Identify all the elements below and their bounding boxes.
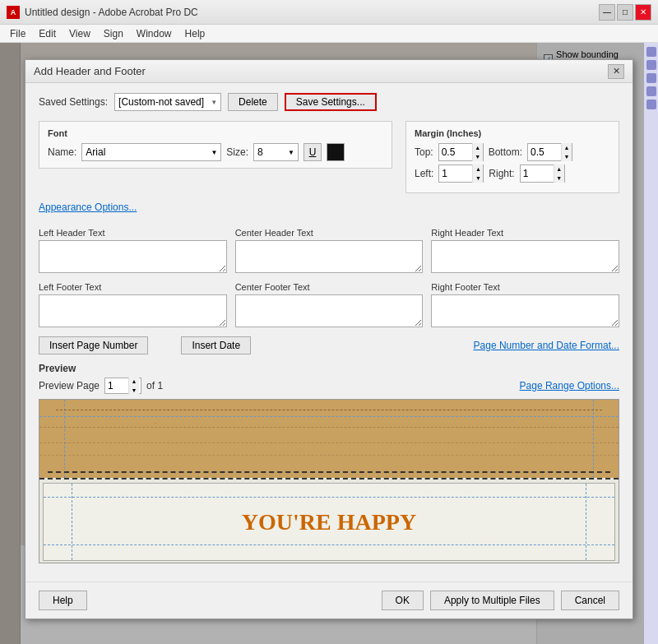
sidebar-dot-4 (646, 86, 656, 96)
margin-bottom-down[interactable]: ▼ (562, 152, 572, 161)
delete-button[interactable]: Delete (228, 93, 278, 111)
left-header-input[interactable] (39, 240, 227, 273)
saved-settings-arrow: ▼ (211, 99, 217, 106)
preview-label: Preview (39, 363, 76, 374)
texture-line-1 (39, 427, 619, 428)
margin-bottom-spinner[interactable]: ▲ ▼ (561, 143, 572, 161)
margin-bottom-up[interactable]: ▲ (562, 143, 572, 152)
left-footer-label: Left Footer Text (39, 282, 227, 292)
menu-help[interactable]: Help (178, 26, 212, 41)
preview-page-down[interactable]: ▼ (129, 386, 139, 395)
margin-top-up[interactable]: ▲ (473, 143, 483, 152)
margin-top-label: Top: (415, 146, 433, 158)
blue-guide-left (64, 400, 65, 478)
right-header-input[interactable] (431, 240, 619, 273)
menu-file[interactable]: File (3, 26, 32, 41)
sidebar-dot-2 (646, 60, 656, 70)
menu-edit[interactable]: Edit (32, 26, 63, 41)
font-name-arrow: ▼ (211, 149, 217, 156)
close-button[interactable]: ✕ (635, 4, 651, 21)
dialog-content: Saved Settings: [Custom-not saved] ▼ Del… (25, 83, 633, 581)
font-size-select[interactable]: 8 ▼ (253, 143, 299, 161)
margin-right-up[interactable]: ▲ (554, 164, 564, 174)
font-section-label: Font (48, 128, 383, 138)
saved-settings-row: Saved Settings: [Custom-not saved] ▼ Del… (39, 93, 619, 111)
margin-right-input[interactable]: ▲ ▼ (520, 164, 565, 183)
preview-page-label: Preview Page (39, 380, 100, 391)
font-color-swatch[interactable] (327, 143, 345, 161)
cork-texture (39, 400, 619, 478)
saved-settings-select[interactable]: [Custom-not saved] ▼ (114, 93, 221, 111)
dialog-close-button[interactable]: ✕ (608, 64, 624, 79)
underline-button[interactable]: U (304, 143, 322, 161)
underline-label: U (309, 146, 317, 158)
app-icon: A (7, 6, 20, 19)
blue-guide-top (39, 416, 619, 417)
appearance-options-link[interactable]: Appearance Options... (39, 202, 137, 213)
margin-left-up[interactable]: ▲ (473, 164, 483, 174)
right-header-group: Right Header Text (431, 228, 619, 276)
maximize-button[interactable]: □ (617, 4, 633, 21)
dialog-title-bar: Add Header and Footer ✕ (25, 60, 633, 83)
margin-top-field[interactable] (439, 146, 472, 158)
margin-box: Margin (Inches) Top: ▲ ▼ (405, 121, 619, 193)
margin-left-down[interactable]: ▼ (473, 174, 483, 183)
font-name-select[interactable]: Arial ▼ (81, 143, 221, 161)
menu-sign[interactable]: Sign (97, 26, 130, 41)
insert-page-number-button[interactable]: Insert Page Number (39, 336, 148, 354)
page-range-options-link[interactable]: Page Range Options... (520, 380, 619, 391)
saved-settings-label: Saved Settings: (39, 96, 108, 108)
margin-section: Margin (Inches) Top: ▲ ▼ (405, 121, 619, 202)
margin-right-down[interactable]: ▼ (554, 174, 564, 183)
margin-bottom-field[interactable] (528, 146, 561, 158)
preview-bottom-inner: YOU'RE HAPPY (43, 483, 615, 561)
preview-page-spinner[interactable]: ▲ ▼ (128, 377, 139, 395)
menu-window[interactable]: Window (130, 26, 178, 41)
insert-date-button[interactable]: Insert Date (181, 336, 251, 354)
footer-text-areas: Left Footer Text Center Footer Text Righ… (39, 282, 619, 330)
texture-line-2 (39, 442, 619, 443)
margin-top-spinner[interactable]: ▲ ▼ (472, 143, 483, 161)
margin-left-input[interactable]: ▲ ▼ (438, 164, 484, 183)
margin-top-row: Top: ▲ ▼ Bottom: (415, 143, 610, 161)
center-header-input[interactable] (235, 240, 424, 273)
margin-top-input[interactable]: ▲ ▼ (438, 143, 484, 161)
left-header-label: Left Header Text (39, 228, 227, 238)
cancel-button[interactable]: Cancel (561, 591, 619, 610)
apply-to-multiple-button[interactable]: Apply to Multiple Files (430, 591, 554, 610)
texture-line-3 (39, 455, 619, 456)
margin-section-label: Margin (Inches) (415, 128, 610, 138)
left-footer-input[interactable] (39, 294, 227, 327)
center-footer-input[interactable] (235, 294, 424, 327)
font-name-label: Name: (48, 146, 76, 158)
header-text-areas: Left Header Text Center Header Text Righ… (39, 228, 619, 276)
center-header-label: Center Header Text (235, 228, 424, 238)
window-controls[interactable]: — □ ✕ (599, 4, 651, 21)
left-header-group: Left Header Text (39, 228, 227, 276)
preview-header: Preview (39, 363, 619, 374)
minimize-button[interactable]: — (599, 4, 615, 21)
font-size-value: 8 (257, 146, 263, 158)
dialog-title: Add Header and Footer (34, 65, 608, 77)
menu-view[interactable]: View (63, 26, 97, 41)
margin-left-field[interactable] (439, 168, 472, 179)
preview-page-up[interactable]: ▲ (129, 377, 139, 386)
right-footer-input[interactable] (431, 294, 619, 327)
preview-page-field[interactable] (105, 380, 128, 391)
save-settings-button[interactable]: Save Settings... (285, 93, 377, 111)
preview-text: YOU'RE HAPPY (242, 509, 416, 535)
margin-right-field[interactable] (521, 168, 554, 179)
margin-bottom-label: Bottom: (489, 146, 522, 158)
margin-right-spinner[interactable]: ▲ ▼ (554, 164, 564, 183)
insert-buttons-row: Insert Page Number Insert Date Page Numb… (39, 336, 619, 354)
margin-bottom-input[interactable]: ▲ ▼ (527, 143, 572, 161)
margin-left-spinner[interactable]: ▲ ▼ (472, 164, 483, 183)
font-row: Name: Arial ▼ Size: 8 ▼ (48, 143, 383, 161)
help-button[interactable]: Help (39, 591, 87, 610)
preview-section: Preview Preview Page ▲ ▼ (39, 363, 619, 563)
ok-button[interactable]: OK (382, 591, 424, 610)
dialog-overlay: Add Header and Footer ✕ Saved Settings: … (0, 43, 658, 644)
page-number-date-format-link[interactable]: Page Number and Date Format... (474, 340, 619, 351)
margin-top-down[interactable]: ▼ (473, 152, 483, 161)
preview-page-input-wrap[interactable]: ▲ ▼ (104, 378, 141, 394)
